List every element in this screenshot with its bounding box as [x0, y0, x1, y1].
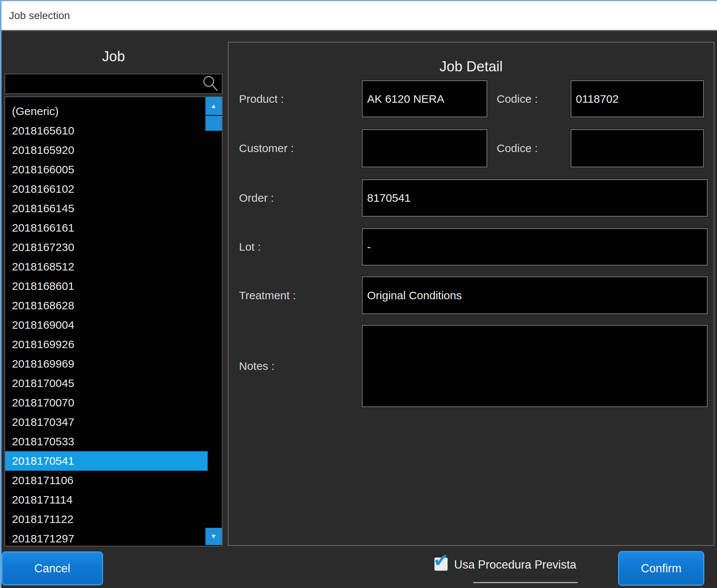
job-list: (Generic)2018165610201816592020181660052…: [4, 96, 223, 547]
customer-code-label: Codice :: [497, 142, 538, 155]
checkmark-icon: ✔: [433, 550, 449, 571]
list-item[interactable]: 2018171122: [5, 510, 208, 529]
notes-label: Notes :: [239, 359, 274, 373]
job-list-header: Job: [4, 49, 223, 65]
treatment-label: Treatment :: [239, 289, 296, 302]
customer-code-field[interactable]: [571, 129, 704, 167]
list-item[interactable]: 2018170070: [5, 393, 208, 412]
list-item[interactable]: 2018171114: [5, 490, 208, 510]
customer-field[interactable]: [362, 129, 487, 167]
cancel-button[interactable]: Cancel: [1, 551, 103, 585]
list-item[interactable]: 2018169969: [5, 354, 208, 374]
customer-label: Customer :: [239, 142, 294, 155]
list-item[interactable]: 2018169926: [5, 335, 208, 354]
product-field[interactable]: AK 6120 NERA: [362, 80, 487, 117]
list-item[interactable]: 2018166161: [5, 218, 208, 238]
job-search-box: [4, 74, 223, 94]
scroll-down-button[interactable]: ▼: [205, 528, 222, 545]
search-icon: [202, 75, 220, 93]
product-code-label: Codice :: [497, 92, 538, 106]
list-item[interactable]: 2018170533: [5, 432, 208, 451]
product-label: Product :: [239, 92, 284, 106]
list-item[interactable]: 2018166005: [5, 160, 208, 179]
order-field[interactable]: 8170541: [362, 179, 708, 217]
order-label: Order :: [239, 191, 274, 205]
usa-procedura-label: Usa Procedura Prevista: [454, 558, 576, 572]
window-title: Job selection: [9, 1, 70, 30]
list-item[interactable]: 2018165610: [5, 121, 208, 140]
window-accent-border: [0, 0, 1, 588]
list-item[interactable]: 2018168628: [5, 296, 208, 315]
job-detail-header: Job Detail: [228, 59, 714, 75]
scrollbar-thumb[interactable]: [205, 116, 222, 131]
list-item[interactable]: 2018170347: [5, 412, 208, 432]
list-item[interactable]: 2018171297: [5, 529, 208, 547]
list-item[interactable]: (Generic): [5, 102, 208, 121]
job-search-input[interactable]: [7, 75, 199, 93]
titlebar-separator: [0, 30, 717, 31]
usa-procedura-underline: [473, 582, 578, 583]
list-item[interactable]: 2018166102: [5, 179, 208, 199]
list-item[interactable]: 2018166145: [5, 199, 208, 218]
list-item[interactable]: 2018171106: [5, 471, 208, 490]
lot-field[interactable]: -: [362, 228, 708, 266]
triangle-down-icon: ▼: [211, 533, 217, 539]
confirm-button[interactable]: Confirm: [618, 551, 704, 586]
list-item[interactable]: 2018167230: [5, 238, 208, 257]
list-item[interactable]: 2018170541: [5, 451, 208, 471]
scroll-up-button[interactable]: ▲: [205, 97, 222, 115]
usa-procedura-checkbox[interactable]: ✔: [434, 557, 448, 571]
list-item[interactable]: 2018170045: [5, 374, 208, 393]
title-bar: Job selection: [0, 0, 717, 30]
list-item[interactable]: 2018168512: [5, 257, 208, 276]
treatment-field[interactable]: Original Conditions: [362, 276, 708, 314]
list-item[interactable]: 2018169004: [5, 315, 208, 335]
notes-field[interactable]: [362, 325, 708, 407]
product-code-field[interactable]: 0118702: [571, 80, 704, 117]
triangle-up-icon: ▲: [211, 103, 217, 109]
list-item[interactable]: 2018168601: [5, 276, 208, 296]
lot-label: Lot :: [239, 240, 261, 254]
list-item[interactable]: 2018165920: [5, 140, 208, 160]
